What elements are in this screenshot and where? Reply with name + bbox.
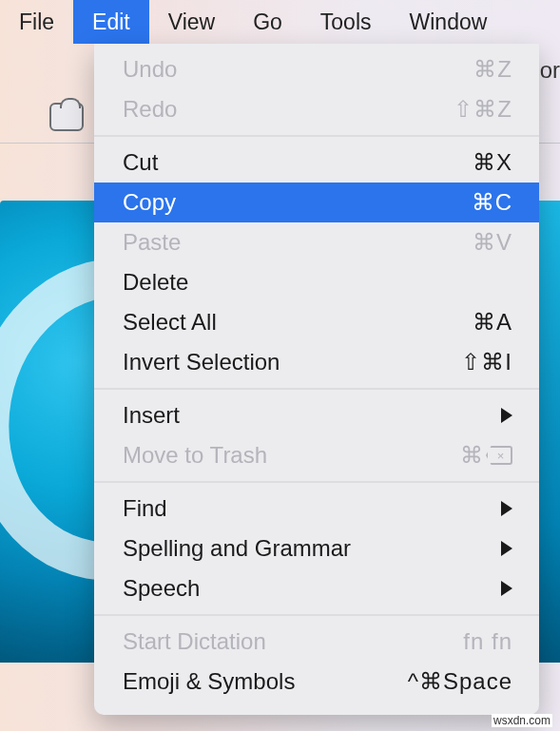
menu-group-5: Start Dictation fn fn Emoji & Symbols ^⌘… bbox=[94, 616, 539, 707]
menu-item-invert-selection[interactable]: Invert Selection ⇧⌘I bbox=[94, 342, 539, 382]
menu-item-label: Emoji & Symbols bbox=[123, 668, 408, 695]
menu-item-label: Invert Selection bbox=[123, 349, 461, 375]
menu-item-shortcut: ⇧⌘I bbox=[461, 349, 512, 375]
menu-item-label: Undo bbox=[123, 56, 473, 83]
menu-item-undo[interactable]: Undo ⌘Z bbox=[94, 49, 539, 89]
menu-item-move-to-trash[interactable]: Move to Trash ⌘× bbox=[94, 435, 539, 475]
menu-item-emoji-symbols[interactable]: Emoji & Symbols ^⌘Space bbox=[94, 662, 539, 702]
menu-item-shortcut: ⇧⌘Z bbox=[454, 96, 512, 123]
menu-item-shortcut: ⌘Z bbox=[473, 56, 512, 83]
menu-item-start-dictation[interactable]: Start Dictation fn fn bbox=[94, 622, 539, 662]
menu-item-label: Delete bbox=[123, 269, 512, 296]
menu-item-speech[interactable]: Speech bbox=[94, 568, 539, 608]
menu-item-label: Find bbox=[123, 495, 501, 522]
menu-item-label: Speech bbox=[123, 575, 501, 602]
chevron-right-icon bbox=[501, 501, 512, 516]
menu-item-copy[interactable]: Copy ⌘C bbox=[94, 183, 539, 222]
menu-item-label: Copy bbox=[123, 189, 472, 216]
menu-item-label: Paste bbox=[123, 229, 473, 256]
menu-item-label: Move to Trash bbox=[123, 442, 460, 469]
artwork-left bbox=[0, 201, 95, 663]
menu-item-shortcut: ^⌘Space bbox=[408, 668, 512, 695]
menu-item-label: Cut bbox=[123, 149, 473, 176]
menu-item-shortcut: fn fn bbox=[463, 628, 512, 655]
menu-item-paste[interactable]: Paste ⌘V bbox=[94, 222, 539, 262]
menu-group-2: Cut ⌘X Copy ⌘C Paste ⌘V Delete Select Al… bbox=[94, 137, 539, 390]
menubar-item-edit[interactable]: Edit bbox=[73, 0, 149, 44]
menu-group-3: Insert Move to Trash ⌘× bbox=[94, 390, 539, 483]
menu-item-spelling-grammar[interactable]: Spelling and Grammar bbox=[94, 529, 539, 568]
menu-item-shortcut: ⌘A bbox=[473, 309, 512, 336]
menubar-item-tools[interactable]: Tools bbox=[301, 0, 391, 44]
chevron-right-icon bbox=[501, 581, 512, 596]
edit-menu-dropdown: Undo ⌘Z Redo ⇧⌘Z Cut ⌘X Copy ⌘C Paste ⌘V bbox=[94, 44, 539, 715]
menu-item-shortcut: ⌘V bbox=[473, 229, 512, 256]
menu-item-label: Spelling and Grammar bbox=[123, 535, 501, 562]
watermark: wsxdn.com bbox=[492, 714, 552, 727]
menu-group-1: Undo ⌘Z Redo ⇧⌘Z bbox=[94, 44, 539, 137]
chevron-right-icon bbox=[501, 408, 512, 423]
menubar: File Edit View Go Tools Window bbox=[0, 0, 560, 44]
menubar-item-file[interactable]: File bbox=[0, 0, 73, 44]
menu-item-redo[interactable]: Redo ⇧⌘Z bbox=[94, 89, 539, 129]
menu-item-cut[interactable]: Cut ⌘X bbox=[94, 143, 539, 183]
chevron-right-icon bbox=[501, 541, 512, 556]
menu-item-select-all[interactable]: Select All ⌘A bbox=[94, 302, 539, 342]
menu-item-label: Insert bbox=[123, 402, 501, 429]
menu-item-shortcut: ⌘C bbox=[472, 189, 512, 216]
menu-item-label: Start Dictation bbox=[123, 628, 463, 655]
menu-item-find[interactable]: Find bbox=[94, 489, 539, 529]
menu-item-label: Redo bbox=[123, 96, 454, 123]
menu-item-insert[interactable]: Insert bbox=[94, 395, 539, 435]
menu-group-4: Find Spelling and Grammar Speech bbox=[94, 483, 539, 616]
menubar-item-go[interactable]: Go bbox=[234, 0, 301, 44]
menu-item-shortcut: ⌘X bbox=[473, 149, 512, 176]
menu-item-label: Select All bbox=[123, 309, 473, 336]
share-icon[interactable] bbox=[49, 103, 84, 131]
menu-item-delete[interactable]: Delete bbox=[94, 262, 539, 302]
menubar-item-view[interactable]: View bbox=[149, 0, 234, 44]
menubar-item-window[interactable]: Window bbox=[391, 0, 507, 44]
menu-item-shortcut: ⌘× bbox=[460, 442, 512, 469]
delete-key-icon: × bbox=[486, 446, 512, 465]
